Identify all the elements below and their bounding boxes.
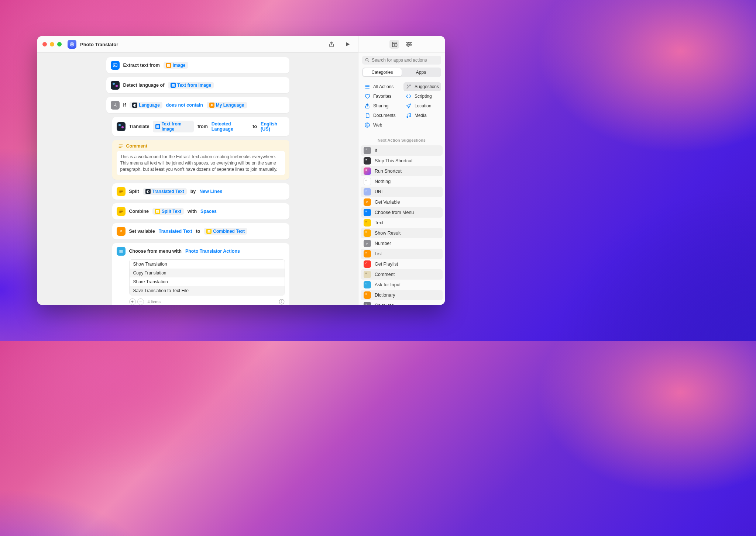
menu-item[interactable]: Copy Translation [130,269,285,277]
category-sharing[interactable]: Sharing [362,101,400,110]
sidebar-toolbar [358,36,445,53]
category-suggestions[interactable]: Suggestions [403,82,441,91]
action-label: Set variable [129,229,155,234]
doc-icon [364,113,370,118]
zoom-icon[interactable] [57,42,62,46]
token-text-from-image[interactable]: ▤Text from Image [168,82,214,89]
titlebar: Photo Translator [37,36,358,53]
connector [106,93,289,97]
category-all-actions[interactable]: All Actions [362,82,400,91]
token-split-text[interactable]: ▤Split Text [152,208,184,215]
text-token-icon: ▤ [171,83,176,88]
comment-text[interactable]: This is a workaround for the Extract Tex… [117,151,285,175]
svg-text:#: # [366,242,368,245]
token-translated-text[interactable]: ◐Translated Text [143,188,187,195]
token-my-language[interactable]: ✳My Language [207,102,247,108]
search-icon [365,58,370,63]
tab-categories[interactable]: Categories [363,68,402,76]
action-detect-language[interactable]: Detect language of ▤Text from Image [106,77,289,93]
action-combine[interactable]: Combine ▤Split Text with Spaces [112,203,289,219]
suggestion-comment[interactable]: Comment [361,269,443,280]
split-by[interactable]: New Lines [199,189,222,194]
menu-title[interactable]: Photo Translator Actions [185,249,240,254]
suggestion-text[interactable]: Text [361,218,443,228]
comment-header: Comment [117,143,285,149]
settings-button[interactable] [404,40,414,49]
token-combined-text[interactable]: ▤Combined Text [204,228,247,235]
action-set-variable[interactable]: x Set variable Translated Text to ▤Combi… [112,223,289,239]
suggestion-calculate[interactable]: Calculate [361,300,443,305]
suggestion-stop-this-shortcut[interactable]: Stop This Shortcut [361,156,443,166]
token-text-from-image[interactable]: ▤Text from Image [153,121,194,132]
info-icon[interactable] [278,298,285,305]
connector [112,239,289,243]
branch-icon [364,147,371,154]
remove-item-button[interactable]: − [137,298,144,305]
text-icon [117,187,126,196]
action-choose-menu[interactable]: Choose from menu with Photo Translator A… [112,243,289,305]
text-token-icon: ▤ [155,124,160,129]
lines-icon [364,219,371,226]
svg-point-18 [408,45,409,46]
from-language[interactable]: Detected Language [212,121,249,132]
suggestion-if[interactable]: If [361,145,443,156]
combine-with[interactable]: Spaces [200,209,217,214]
condition-operator[interactable]: does not contain [166,103,203,108]
suggestion-nothing[interactable]: Nothing [361,176,443,187]
category-favorites[interactable]: Favorites [362,92,400,101]
suggestion-list[interactable]: List [361,249,443,259]
segmented-control[interactable]: Categories Apps [362,68,441,77]
svg-rect-33 [365,212,367,212]
category-location[interactable]: Location [403,101,441,110]
window-title: Photo Translator [80,42,118,47]
token-language[interactable]: ◐Language [130,102,162,108]
close-icon[interactable] [42,42,47,46]
library-button[interactable] [389,40,399,49]
menu-item[interactable]: Share Translation [130,277,285,286]
menu-item[interactable]: Save Translation to Text File [130,286,285,295]
action-label: Translate [129,124,150,129]
category-web[interactable]: Web [362,121,400,129]
heart-icon [364,93,370,99]
share-button[interactable] [326,39,337,49]
suggestion-run-shortcut[interactable]: Run Shortcut [361,166,443,176]
action-split[interactable]: Split ◐Translated Text by New Lines [112,183,289,200]
suggestions-list: IfStop This ShortcutRun ShortcutNothingU… [358,145,445,305]
suggestion-choose-from-menu[interactable]: Choose from Menu [361,207,443,218]
actions-column: Extract text from ▦Image Detect language… [106,57,289,305]
suggestion-number[interactable]: #Number [361,238,443,249]
suggestion-url[interactable]: URL [361,187,443,197]
menu-item[interactable]: Show Translation [130,260,285,269]
action-translate[interactable]: Translate ▤Text from Image from Detected… [112,117,289,136]
run-button[interactable] [343,39,353,49]
search-input[interactable] [362,56,441,65]
menu-items-list: Show Translation Copy Translation Share … [129,259,285,295]
comb-token-icon: ▤ [206,229,212,234]
translate-icon [111,81,120,90]
action-extract-text[interactable]: Extract text from ▦Image [106,57,289,73]
action-label: Split [129,189,139,194]
variable-name[interactable]: Translated Text [159,229,192,234]
suggestion-ask-for-input[interactable]: Ask for Input [361,280,443,290]
to-language[interactable]: English (US) [261,121,285,132]
category-documents[interactable]: Documents [362,111,400,120]
category-scripting[interactable]: Scripting [403,92,441,101]
note-icon [406,113,412,118]
svg-rect-7 [119,252,123,253]
action-comment[interactable]: Comment This is a workaround for the Ext… [112,140,289,180]
suggestion-get-playlist[interactable]: Get Playlist [361,259,443,269]
suggestion-show-result[interactable]: Show Result [361,228,443,238]
action-if[interactable]: If ◐Language does not contain ✳My Langua… [106,97,289,113]
category-media[interactable]: Media [403,111,441,120]
token-image[interactable]: ▦Image [164,62,188,69]
suggestion-dictionary[interactable]: Dictionary [361,290,443,300]
suggestion-get-variable[interactable]: xGet Variable [361,197,443,207]
add-item-button[interactable]: + [129,298,136,305]
tab-apps[interactable]: Apps [402,68,440,76]
svg-rect-32 [365,211,367,212]
actions-canvas[interactable]: Extract text from ▦Image Detect language… [37,53,358,305]
main-pane: Photo Translator Extract text from ▦Imag… [37,36,358,305]
minimize-icon[interactable] [50,42,54,46]
toolbar-right [326,39,353,49]
lang-token-icon: ◐ [132,103,137,108]
